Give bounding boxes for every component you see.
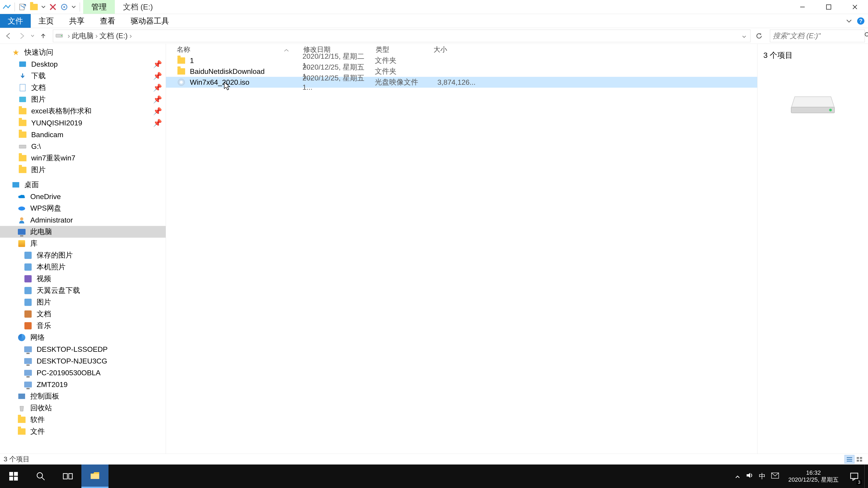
- nav-pc2019[interactable]: PC-20190530OBLA: [0, 367, 166, 379]
- taskbar-explorer-button[interactable]: [81, 464, 108, 488]
- nav-library[interactable]: 库: [0, 238, 166, 250]
- chevron-right-icon[interactable]: ›: [68, 32, 70, 40]
- nav-label: 桌面: [24, 180, 39, 190]
- nav-forward-button[interactable]: [17, 31, 27, 41]
- qat-newfolder-icon[interactable]: [29, 2, 39, 12]
- nav-up-button[interactable]: [38, 31, 49, 41]
- nav-desktop-root[interactable]: 桌面: [0, 179, 166, 191]
- nav-wps[interactable]: WPS网盘: [0, 202, 166, 214]
- navigation-pane[interactable]: ★ 快速访问 Desktop 📌 下载 📌 文档 📌: [0, 44, 166, 454]
- nav-files[interactable]: 文件: [0, 426, 166, 437]
- nav-this-pc[interactable]: 此电脑: [0, 226, 166, 238]
- nav-software[interactable]: 软件: [0, 414, 166, 426]
- tray-volume-icon[interactable]: [746, 472, 753, 481]
- column-name[interactable]: 名称: [171, 45, 298, 54]
- pictures-icon: [24, 298, 33, 307]
- refresh-button[interactable]: [753, 30, 765, 42]
- nav-saved-pictures[interactable]: 保存的图片: [0, 250, 166, 261]
- chevron-right-icon[interactable]: ›: [95, 32, 98, 40]
- search-icon[interactable]: [864, 32, 868, 40]
- show-desktop-button[interactable]: [864, 464, 868, 488]
- qat-properties-icon[interactable]: [18, 2, 28, 12]
- app-icon[interactable]: [2, 2, 12, 12]
- nav-desktop-lssoedp[interactable]: DESKTOP-LSSOEDP: [0, 344, 166, 355]
- nav-documents2[interactable]: 文档: [0, 308, 166, 320]
- nav-recycle[interactable]: 回收站: [0, 402, 166, 414]
- tab-file[interactable]: 文件: [0, 14, 31, 28]
- qat-settings-icon[interactable]: [59, 2, 69, 12]
- nav-gdrive[interactable]: G:\: [0, 140, 166, 152]
- nav-bandicam[interactable]: Bandicam: [0, 129, 166, 140]
- nav-desktop[interactable]: Desktop 📌: [0, 58, 166, 70]
- nav-win7reinstall[interactable]: win7重装win7: [0, 152, 166, 164]
- nav-yunqishi[interactable]: YUNQISHI2019 📌: [0, 117, 166, 129]
- system-tray[interactable]: 中: [731, 464, 783, 488]
- chevron-right-icon[interactable]: ›: [129, 32, 132, 40]
- tray-ime-indicator[interactable]: 中: [759, 472, 766, 481]
- nav-onedrive[interactable]: OneDrive: [0, 191, 166, 202]
- view-details-button[interactable]: [844, 455, 855, 464]
- qat-more-chevron-icon[interactable]: [70, 2, 77, 12]
- nav-local-photos[interactable]: 本机照片: [0, 261, 166, 273]
- nav-administrator[interactable]: Administrator: [0, 214, 166, 226]
- pin-icon: 📌: [153, 119, 162, 127]
- file-row[interactable]: 1 2020/12/15, 星期二 1... 文件夹: [166, 55, 757, 66]
- column-size[interactable]: 大小: [428, 45, 473, 54]
- close-button[interactable]: [842, 0, 868, 14]
- nav-pictures3[interactable]: 图片: [0, 296, 166, 308]
- taskbar[interactable]: 中 16:32 2020/12/25, 星期五 3: [0, 464, 868, 488]
- file-row-selected[interactable]: Win7x64_2020.iso 2020/12/25, 星期五 1... 光盘…: [166, 77, 757, 88]
- nav-network[interactable]: 网络: [0, 332, 166, 344]
- contextual-tab-manage[interactable]: 管理: [83, 0, 115, 14]
- breadcrumb-drive[interactable]: 文档 (E:): [99, 31, 127, 41]
- nav-music[interactable]: 音乐: [0, 320, 166, 332]
- tab-share[interactable]: 共享: [61, 14, 92, 28]
- nav-excel[interactable]: excel表格制作求和 📌: [0, 105, 166, 117]
- nav-video[interactable]: 视频: [0, 273, 166, 285]
- qat-delete-icon[interactable]: [48, 2, 58, 12]
- search-input[interactable]: [773, 32, 864, 40]
- search-box[interactable]: [770, 30, 865, 42]
- nav-pictures2[interactable]: 图片: [0, 164, 166, 176]
- qat-dropdown-chevron-icon[interactable]: [40, 2, 46, 12]
- music-icon: [24, 321, 33, 330]
- tray-mail-icon[interactable]: [771, 472, 779, 481]
- nav-history-chevron-icon[interactable]: [30, 35, 35, 37]
- taskbar-search-button[interactable]: [27, 464, 54, 488]
- file-row[interactable]: BaiduNetdiskDownload 2020/12/25, 星期五 1..…: [166, 66, 757, 77]
- view-large-icons-button[interactable]: [855, 455, 864, 464]
- nav-quick-access[interactable]: ★ 快速访问: [0, 46, 166, 58]
- tab-home[interactable]: 主页: [31, 14, 61, 28]
- column-headers[interactable]: 名称 修改日期 类型 大小: [166, 44, 757, 55]
- file-size: 3,874,126...: [433, 78, 478, 87]
- breadcrumb[interactable]: › 此电脑 › 文档 (E:) ›: [53, 30, 750, 42]
- maximize-button[interactable]: [815, 0, 842, 14]
- nav-desktop-njeu[interactable]: DESKTOP-NJEU3CG: [0, 355, 166, 367]
- nav-tianyi[interactable]: 天翼云盘下载: [0, 285, 166, 296]
- nav-zmt[interactable]: ZMT2019: [0, 379, 166, 390]
- nav-back-button[interactable]: [3, 31, 13, 41]
- svg-rect-26: [860, 460, 862, 462]
- nav-documents[interactable]: 文档 📌: [0, 82, 166, 94]
- action-center-button[interactable]: 3: [844, 464, 864, 488]
- tab-drive-tools[interactable]: 驱动器工具: [123, 14, 177, 28]
- file-list[interactable]: 名称 修改日期 类型 大小 1 2020/12/15, 星期二 1... 文件夹: [166, 44, 757, 454]
- tray-overflow-chevron-icon[interactable]: [735, 472, 740, 481]
- svg-text:?: ?: [859, 18, 863, 24]
- breadcrumb-this-pc[interactable]: 此电脑: [72, 31, 94, 41]
- nav-control-panel[interactable]: 控制面板: [0, 390, 166, 402]
- minimize-button[interactable]: [789, 0, 815, 14]
- nav-pictures[interactable]: 图片 📌: [0, 94, 166, 105]
- pin-icon: 📌: [153, 60, 162, 68]
- start-button[interactable]: [0, 464, 27, 488]
- nav-downloads[interactable]: 下载 📌: [0, 70, 166, 82]
- help-icon[interactable]: ?: [857, 17, 865, 25]
- pin-icon: 📌: [153, 84, 162, 92]
- taskbar-clock[interactable]: 16:32 2020/12/25, 星期五: [783, 464, 844, 488]
- taskbar-taskview-button[interactable]: [54, 464, 81, 488]
- tab-view[interactable]: 查看: [92, 14, 123, 28]
- breadcrumb-dropdown-chevron-icon[interactable]: [742, 32, 748, 40]
- ribbon-expand-chevron-icon[interactable]: [846, 19, 852, 23]
- svg-rect-25: [857, 460, 859, 462]
- column-type[interactable]: 类型: [370, 45, 428, 54]
